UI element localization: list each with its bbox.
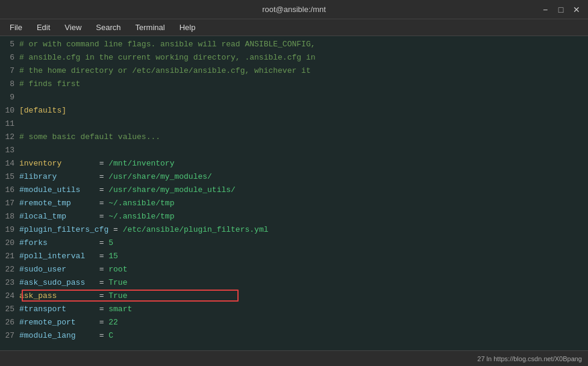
line-number-16: 16 bbox=[0, 185, 19, 194]
line-16: 16#module_utils = /usr/share/my_module_u… bbox=[0, 183, 588, 196]
line-number-15: 15 bbox=[0, 172, 19, 181]
menu-item-search[interactable]: Search bbox=[90, 22, 127, 33]
line-content-14: inventory = /mnt/inventory bbox=[19, 159, 174, 168]
line-content-17: #remote_tmp = ~/.ansible/tmp bbox=[19, 199, 174, 208]
line-9: 9 bbox=[0, 90, 588, 104]
line-5: 5# or with command line flags. ansible w… bbox=[0, 37, 588, 51]
line-number-11: 11 bbox=[0, 119, 19, 128]
line-number-19: 19 bbox=[0, 225, 19, 234]
line-content-6: # ansible.cfg in the current working dir… bbox=[19, 53, 315, 62]
line-number-21: 21 bbox=[0, 252, 19, 261]
line-content-15: #library = /usr/share/my_modules/ bbox=[19, 172, 212, 181]
status-text: 27 ln https://blog.csdn.net/X0Bpang bbox=[477, 355, 582, 362]
status-bar: 27 ln https://blog.csdn.net/X0Bpang bbox=[0, 350, 588, 366]
menu-item-terminal[interactable]: Terminal bbox=[130, 22, 171, 33]
line-content-10: [defaults] bbox=[19, 106, 66, 115]
line-number-8: 8 bbox=[0, 79, 19, 88]
line-27: 27#module_lang = C bbox=[0, 329, 588, 342]
line-number-25: 25 bbox=[0, 305, 19, 314]
line-number-24: 24 bbox=[0, 291, 19, 300]
line-number-26: 26 bbox=[0, 318, 19, 327]
close-button[interactable]: ✕ bbox=[571, 4, 582, 15]
line-content-7: # the home directory or /etc/ansible/ans… bbox=[19, 66, 311, 75]
line-11: 11 bbox=[0, 117, 588, 130]
menu-item-help[interactable]: Help bbox=[174, 22, 202, 33]
line-17: 17#remote_tmp = ~/.ansible/tmp bbox=[0, 196, 588, 209]
line-content-16: #module_utils = /usr/share/my_module_uti… bbox=[19, 185, 236, 194]
line-number-23: 23 bbox=[0, 278, 19, 287]
line-15: 15#library = /usr/share/my_modules/ bbox=[0, 170, 588, 183]
line-content-20: #forks = 5 bbox=[19, 238, 113, 247]
line-number-12: 12 bbox=[0, 132, 19, 141]
line-24: 24ask_pass = True bbox=[0, 289, 588, 302]
line-23: 23#ask_sudo_pass = True bbox=[0, 276, 588, 289]
line-number-18: 18 bbox=[0, 212, 19, 221]
line-content-21: #poll_interval = 15 bbox=[19, 252, 118, 261]
line-content-19: #plugin_filters_cfg = /etc/ansible/plugi… bbox=[19, 225, 268, 234]
line-7: 7# the home directory or /etc/ansible/an… bbox=[0, 64, 588, 77]
line-content-5: # or with command line flags. ansible wi… bbox=[19, 40, 315, 49]
menu-item-file[interactable]: File bbox=[4, 22, 28, 33]
line-12: 12# some basic default values... bbox=[0, 130, 588, 143]
line-content-18: #local_tmp = ~/.ansible/tmp bbox=[19, 212, 174, 221]
line-number-10: 10 bbox=[0, 106, 19, 115]
minimize-button[interactable]: − bbox=[540, 4, 551, 15]
line-number-5: 5 bbox=[0, 40, 19, 49]
title-bar: root@ansible:/mnt − □ ✕ bbox=[0, 0, 588, 19]
line-number-9: 9 bbox=[0, 93, 19, 102]
line-content-8: # finds first bbox=[19, 79, 80, 88]
line-number-6: 6 bbox=[0, 53, 19, 62]
line-content-12: # some basic default values... bbox=[19, 132, 160, 141]
maximize-button[interactable]: □ bbox=[555, 4, 566, 15]
line-20: 20#forks = 5 bbox=[0, 236, 588, 249]
line-number-7: 7 bbox=[0, 66, 19, 75]
line-content-25: #transport = smart bbox=[19, 305, 132, 314]
window-controls: − □ ✕ bbox=[540, 4, 582, 15]
line-8: 8# finds first bbox=[0, 77, 588, 90]
menu-item-view[interactable]: View bbox=[58, 22, 87, 33]
line-25: 25#transport = smart bbox=[0, 302, 588, 315]
line-number-13: 13 bbox=[0, 146, 19, 155]
line-10: 10[defaults] bbox=[0, 104, 588, 117]
line-content-24: ask_pass = True bbox=[19, 291, 127, 300]
line-number-20: 20 bbox=[0, 238, 19, 247]
line-number-17: 17 bbox=[0, 199, 19, 208]
line-18: 18#local_tmp = ~/.ansible/tmp bbox=[0, 209, 588, 223]
line-22: 22#sudo_user = root bbox=[0, 262, 588, 276]
line-content-27: #module_lang = C bbox=[19, 331, 113, 340]
window-title: root@ansible:/mnt bbox=[262, 5, 326, 14]
line-number-14: 14 bbox=[0, 159, 19, 168]
line-14: 14inventory = /mnt/inventory bbox=[0, 157, 588, 170]
line-26: 26#remote_port = 22 bbox=[0, 315, 588, 329]
line-content-22: #sudo_user = root bbox=[19, 265, 127, 274]
line-number-22: 22 bbox=[0, 265, 19, 274]
line-6: 6# ansible.cfg in the current working di… bbox=[0, 51, 588, 64]
editor-area: 5# or with command line flags. ansible w… bbox=[0, 36, 588, 350]
menu-item-edit[interactable]: Edit bbox=[31, 22, 56, 33]
line-19: 19#plugin_filters_cfg = /etc/ansible/plu… bbox=[0, 223, 588, 236]
line-13: 13 bbox=[0, 143, 588, 157]
line-content-23: #ask_sudo_pass = True bbox=[19, 278, 127, 287]
line-content-26: #remote_port = 22 bbox=[19, 318, 118, 327]
line-number-27: 27 bbox=[0, 331, 19, 340]
line-21: 21#poll_interval = 15 bbox=[0, 249, 588, 262]
menu-bar: FileEditViewSearchTerminalHelp bbox=[0, 19, 588, 36]
